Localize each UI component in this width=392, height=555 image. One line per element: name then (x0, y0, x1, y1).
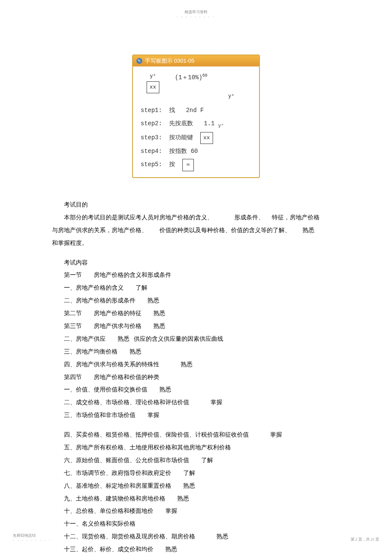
page-header: 精选学习资料 - - - - - - - - - (177, 9, 216, 19)
figure-title: 手写板图示 0301-05 (145, 57, 194, 65)
outline-line: 一、房地产价格的含义了解 (52, 282, 340, 293)
xx-box: xx (147, 81, 159, 94)
text: 房地产供求与价格 (94, 323, 141, 329)
formula-main: (1＋10%) (175, 74, 202, 81)
text: 四、房地产供求与价格关系的特殊性 (64, 361, 159, 368)
formula-exp: 60 (202, 73, 208, 78)
outline-line: 十一、名义价格和实际价格 (52, 518, 340, 529)
formula-row: yˣ xx (1＋10%)60 yˣ (147, 72, 251, 101)
header-text: 精选学习资料 (177, 9, 216, 15)
text: 了解 (135, 285, 147, 291)
text: 掌握 (270, 431, 282, 438)
text: 房地产价格和价值的种类 (94, 374, 159, 380)
text: 房地产价格的特征 (94, 310, 141, 316)
text: 三、房地产均衡价格 (64, 348, 118, 355)
footer-left-text: 名师归纳总结 (13, 533, 52, 538)
text: 熟悉 (216, 533, 228, 540)
text: 熟悉 (181, 361, 193, 368)
text: 十、总价格、单位价格和楼面地价 (64, 508, 153, 514)
purpose-para2: 与房地产供求的关系，房地产价格、价值的种类以及每种价格、价值的含义等的了解、熟悉 (52, 225, 340, 236)
text: 四、买卖价格、租赁价格、抵押价值、保险价值、计税价值和征收价值 (64, 431, 249, 438)
text: 熟悉 (147, 297, 159, 304)
purpose-para: 本部分的考试目的是测试应考人员对房地产价格的含义、形成条件、特征，房地产价格 (52, 212, 340, 223)
outline-line: 四、房地产供求与价格关系的特殊性熟悉 (52, 359, 340, 370)
footer-left: 名师归纳总结 - - - - - - - - - (13, 533, 52, 542)
step-label: step5: (141, 161, 162, 168)
step-text: 找 (169, 107, 175, 114)
text: 十二、现货价格、期货价格及现房价格、期房价格 (64, 533, 195, 540)
footer-right: 第 2 页，共 21 页 (351, 537, 380, 542)
content-title: 考试内容 (52, 257, 340, 268)
text: 熟悉 (130, 348, 141, 355)
step-label: step4: (141, 148, 162, 155)
globe-icon: ✎ (136, 58, 142, 64)
yx-label: yˣ (147, 72, 159, 81)
handwriting-figure: ✎ 手写板图示 0301-05 yˣ xx (1＋10%)60 yˣ step1… (132, 55, 260, 178)
main-content: 考试目的 本部分的考试目的是测试应考人员对房地产价格的含义、形成条件、特征，房地… (52, 199, 340, 555)
step-4: step4: 按指数 60 (141, 146, 251, 157)
step-3: step3: 按功能键 xx (141, 132, 251, 144)
step-boxed: xx (200, 132, 213, 144)
outline-line: 第三节房地产供求与价格熟悉 (52, 321, 340, 332)
text: 十一、名义价格和实际价格 (64, 520, 135, 527)
text: 二、房地产供应 (64, 336, 106, 342)
text: 与房地产供求的关系，房地产价格、 (52, 227, 147, 233)
text: 二、房地产价格的形成条件 (64, 297, 135, 304)
step-extra: 1.1 (204, 120, 214, 127)
step-extra: 2nd F (186, 107, 204, 114)
outline-line: 八、基准地价、标定地价和房屋重置价格熟悉 (52, 480, 340, 492)
text: 二、成交价格、市场价格、理论价格和评估价值 (64, 399, 189, 405)
text: 熟悉 (183, 483, 195, 489)
text: 九、土地价格、建筑物价格和房地价格 (64, 495, 165, 502)
text: 形成条件、 (234, 214, 264, 221)
step-5: step5: 按 ＝ (141, 159, 251, 171)
purpose-title: 考试目的 (52, 199, 340, 210)
step-text: 按指数 60 (169, 148, 198, 155)
text: 熟悉 (153, 323, 165, 329)
text: 第四节 (64, 374, 82, 380)
figure-header: ✎ 手写板图示 0301-05 (133, 55, 259, 66)
step-label: step2: (141, 120, 162, 127)
outline-line: 二、房地产价格的形成条件熟悉 (52, 295, 340, 306)
text: 熟悉 (303, 227, 314, 233)
text: 熟悉 (165, 546, 177, 552)
text: 熟悉 (118, 336, 130, 342)
text: 三、市场价值和非市场价值 (64, 412, 135, 418)
outline-line: 三、房地产均衡价格熟悉 (52, 346, 340, 357)
text: 八、基准地价、标定地价和房屋重置价格 (64, 483, 171, 489)
text: 第二节 (64, 310, 82, 316)
outline-line: 十三、起价、标价、成交价和均价熟悉 (52, 544, 340, 555)
outline-line: 十、总价格、单位价格和楼面地价掌握 (52, 506, 340, 517)
step-label: step3: (141, 134, 162, 141)
outline-line: 第二节房地产价格的特征熟悉 (52, 308, 340, 319)
text: 了解 (201, 457, 213, 463)
outline-line: 二、成交价格、市场价格、理论价格和评估价值掌握 (52, 397, 340, 408)
text: 掌握 (147, 412, 159, 418)
text: 掌握 (210, 399, 222, 405)
text: 十三、起价、标价、成交价和均价 (64, 546, 153, 552)
outline-line: 第一节房地产价格的含义和形成条件 (52, 270, 340, 281)
text: 熟悉 (177, 495, 189, 502)
text: 一、价值、使用价值和交换价值 (64, 386, 147, 393)
text: 第三节 (64, 323, 82, 329)
text: 六、原始价值、账面价值、公允价值和市场价值 (64, 457, 189, 463)
step-boxed: ＝ (182, 159, 194, 171)
step-sub: yˣ (218, 123, 224, 128)
outline-line: 六、原始价值、账面价值、公允价值和市场价值了解 (52, 455, 340, 466)
text: 熟悉 (153, 310, 165, 316)
outline-line: 二、房地产供应熟悉供应的含义供应量的因素供应曲线 (52, 334, 340, 345)
header-dashes: - - - - - - - - - (177, 15, 216, 19)
text: 价值的种类以及每种价格、价值的含义等的了解、 (159, 227, 291, 233)
formula-trail: yˣ (147, 92, 234, 101)
step-text: 按功能键 (169, 134, 193, 141)
outline-line: 四、买卖价格、租赁价格、抵押价值、保险价值、计税价值和征收价值掌握 (52, 429, 340, 440)
footer-dashes: - - - - - - - - - (13, 538, 52, 542)
text: 了解 (183, 470, 195, 476)
purpose-para3: 和掌握程度。 (52, 238, 340, 249)
text: 七、市场调节价、政府指导价和政府定价 (64, 470, 171, 476)
step-label: step1: (141, 107, 162, 114)
outline-line: 一、价值、使用价值和交换价值熟悉 (52, 384, 340, 395)
text: 熟悉 (159, 386, 171, 393)
text: 第一节 (64, 272, 82, 278)
text: 房地产价格的含义和形成条件 (94, 272, 171, 278)
